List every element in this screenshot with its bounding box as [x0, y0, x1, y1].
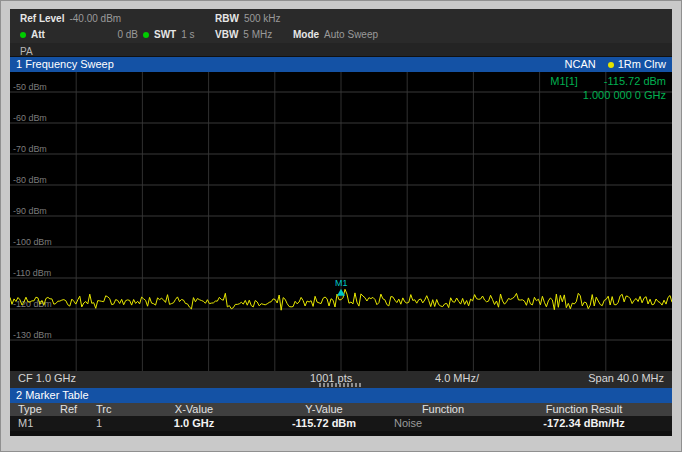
- swt-led-icon: [143, 32, 149, 38]
- table-cell: M1: [10, 416, 52, 431]
- ref-level-field[interactable]: Ref Level -40.00 dBm: [20, 11, 121, 27]
- marker-readout-freq: 1.000 000 0 GHz: [550, 88, 666, 102]
- table-header-trc: Trc: [88, 403, 130, 416]
- window1-title: 1 Frequency Sweep: [16, 57, 114, 72]
- table-cell: 1: [88, 416, 130, 431]
- swt-value: 1 s: [181, 27, 194, 43]
- y-axis-label: -60 dBm: [13, 113, 47, 123]
- rbw-value: 500 kHz: [244, 11, 281, 27]
- table-cell: Noise: [390, 416, 496, 431]
- marker-m1-symbol[interactable]: [337, 289, 345, 296]
- ref-level-value: -40.00 dBm: [69, 11, 121, 27]
- axis-info-bar: CF 1.0 GHz 1001 pts 4.0 MHz/ Span 40.0 M…: [10, 371, 672, 388]
- mode-value: Auto Sweep: [324, 27, 378, 43]
- marker-readout-level: -115.72 dBm: [604, 74, 666, 88]
- table-cell: -172.34 dBm/Hz: [496, 416, 672, 431]
- status-bar: Ref Level -40.00 dBm RBW 500 kHz Att 0 d…: [10, 9, 672, 43]
- trace1-color-dot-icon: [608, 62, 614, 68]
- table-header-x-value: X-Value: [130, 403, 258, 416]
- per-division: 4.0 MHz/: [435, 371, 479, 386]
- window1-titlebar-right: NCAN 1Rm Clrw: [565, 57, 666, 72]
- table-header-y-value: Y-Value: [258, 403, 390, 416]
- y-axis-label: -100 dBm: [13, 237, 52, 247]
- vbw-field[interactable]: VBW 5 MHz: [215, 27, 272, 43]
- vbw-label: VBW: [215, 27, 238, 43]
- status-row-1: Ref Level -40.00 dBm RBW 500 kHz: [10, 11, 672, 27]
- channel-tab-row: PA: [10, 43, 672, 57]
- swt-field[interactable]: SWT 1 s: [143, 27, 195, 43]
- trace-mode-indicator[interactable]: 1Rm Clrw: [608, 57, 666, 72]
- table-header-function: Function: [390, 403, 496, 416]
- mode-field[interactable]: Mode Auto Sweep: [293, 27, 378, 43]
- marker-readout-name: M1[1]: [550, 74, 578, 88]
- table-header-type: Type: [10, 403, 52, 416]
- mode-label: Mode: [293, 27, 319, 43]
- center-frequency[interactable]: CF 1.0 GHz: [18, 371, 76, 386]
- y-axis-label: -130 dBm: [13, 330, 52, 340]
- y-axis-label: -110 dBm: [13, 268, 51, 278]
- rbw-field[interactable]: RBW 500 kHz: [215, 11, 281, 27]
- marker-table-header: TypeRefTrcX-ValueY-ValueFunctionFunction…: [10, 403, 672, 416]
- marker-table-row[interactable]: M111.0 GHz-115.72 dBmNoise-172.34 dBm/Hz: [10, 416, 672, 431]
- window-splitter-handle[interactable]: [319, 383, 363, 387]
- table-cell: -115.72 dBm: [258, 416, 390, 431]
- y-axis-label: -50 dBm: [13, 82, 47, 92]
- marker-table: TypeRefTrcX-ValueY-ValueFunctionFunction…: [10, 403, 672, 431]
- ref-level-label: Ref Level: [20, 11, 64, 27]
- table-cell: 1.0 GHz: [130, 416, 258, 431]
- att-field[interactable]: Att 0 dB: [20, 27, 138, 43]
- att-value: 0 dB: [117, 27, 138, 43]
- y-axis-label: -80 dBm: [13, 175, 47, 185]
- span-value[interactable]: Span 40.0 MHz: [588, 371, 664, 386]
- window2-titlebar: 2 Marker Table: [10, 388, 672, 403]
- marker-table-body: M111.0 GHz-115.72 dBmNoise-172.34 dBm/Hz: [10, 416, 672, 431]
- spectrum-graph[interactable]: -50 dBm-60 dBm-70 dBm-80 dBm-90 dBm-100 …: [10, 72, 672, 371]
- analyzer-screen: Ref Level -40.00 dBm RBW 500 kHz Att 0 d…: [10, 9, 672, 436]
- status-row-2: Att 0 dB SWT 1 s VBW 5 MHz Mode Auto Swe…: [10, 27, 672, 43]
- swt-label: SWT: [154, 27, 176, 43]
- spectrum-plot: -50 dBm-60 dBm-70 dBm-80 dBm-90 dBm-100 …: [10, 72, 672, 371]
- window2-title: 2 Marker Table: [16, 388, 89, 403]
- bottom-filler: [10, 431, 672, 436]
- table-header-function-result: Function Result: [496, 403, 672, 416]
- channel-tab-pa[interactable]: PA: [10, 46, 33, 57]
- window1-titlebar: 1 Frequency Sweep NCAN 1Rm Clrw: [10, 57, 672, 72]
- y-axis-label: -90 dBm: [13, 206, 47, 216]
- att-label: Att: [31, 27, 45, 43]
- att-led-icon: [20, 32, 26, 38]
- trace-mode-label: 1Rm Clrw: [618, 57, 666, 72]
- table-header-ref: Ref: [52, 403, 88, 416]
- marker-readout: M1[1] -115.72 dBm 1.000 000 0 GHz: [550, 74, 666, 102]
- vbw-value: 5 MHz: [243, 27, 272, 43]
- ncan-indicator: NCAN: [565, 57, 596, 72]
- y-axis-label: -70 dBm: [13, 144, 47, 154]
- screen-frame: Ref Level -40.00 dBm RBW 500 kHz Att 0 d…: [0, 0, 682, 452]
- table-cell: [52, 416, 88, 431]
- rbw-label: RBW: [215, 11, 239, 27]
- marker-m1-label: M1: [335, 278, 347, 288]
